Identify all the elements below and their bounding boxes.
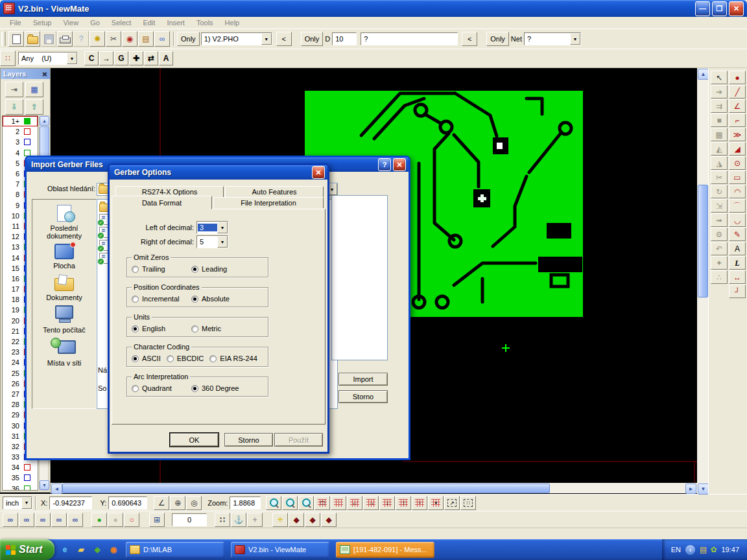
maximize-button[interactable]: ❐: [712, 1, 727, 16]
clock[interactable]: 19:47: [721, 546, 739, 554]
view-dcodes-icon[interactable]: ∞: [3, 513, 18, 527]
apply-button[interactable]: Použít: [274, 433, 323, 447]
scroll-down-icon[interactable]: ▼: [40, 480, 49, 490]
chevron-down-icon[interactable]: ▼: [217, 222, 228, 233]
layer-color-swatch[interactable]: [24, 139, 30, 145]
menu-item[interactable]: View: [57, 18, 84, 28]
layer-row[interactable]: 34: [3, 462, 38, 472]
draw-tool-button[interactable]: ●: [729, 71, 746, 84]
draw-tool-button[interactable]: A: [729, 242, 746, 255]
minimize-button[interactable]: —: [695, 1, 710, 16]
dcode-type-button[interactable]: C: [84, 51, 99, 65]
zoom-grid-icon[interactable]: [282, 496, 298, 510]
chevron-down-icon[interactable]: ▼: [217, 236, 228, 248]
draw-tool-button[interactable]: ▭: [729, 170, 746, 184]
draw-tool-button[interactable]: ↔: [729, 270, 746, 284]
view-dcode-traces-icon[interactable]: ∞: [51, 513, 67, 527]
zoom-value-field[interactable]: 1.8868: [230, 496, 261, 509]
close-icon[interactable]: ✕: [42, 71, 47, 78]
draw-tool-button[interactable]: ⌐: [729, 113, 746, 127]
radio-option[interactable]: Trailing: [132, 265, 191, 273]
radio-option[interactable]: Incremental: [132, 295, 191, 303]
draw-tool-button[interactable]: ╱: [729, 85, 746, 99]
menu-item[interactable]: Setup: [27, 18, 58, 28]
select-window-icon[interactable]: ∷: [460, 496, 476, 510]
radio-icon[interactable]: [191, 385, 198, 392]
pan-up-icon[interactable]: ↑: [396, 496, 411, 510]
chevron-down-icon[interactable]: ▼: [261, 33, 272, 45]
edit-tool-button[interactable]: ↶: [711, 242, 728, 255]
help-button[interactable]: ?: [378, 158, 391, 171]
close-button[interactable]: ✕: [312, 166, 325, 179]
toolbar-button[interactable]: [25, 31, 40, 47]
toolbar-grip[interactable]: [1, 32, 6, 46]
edit-tool-button[interactable]: ⇲: [711, 199, 728, 213]
edit-tool-button[interactable]: ↻: [711, 185, 728, 198]
aperture-flash-icon[interactable]: ◆: [289, 513, 304, 527]
layer-table-icon[interactable]: ⊞: [149, 513, 165, 527]
places-bar-item[interactable]: Poslední dokumenty: [33, 205, 95, 240]
pan-down-icon[interactable]: ↓: [379, 496, 395, 510]
layer-color-swatch[interactable]: [24, 485, 30, 491]
scroll-up-icon[interactable]: ▲: [698, 69, 709, 80]
layers-panel-button[interactable]: ⇧: [25, 99, 43, 115]
prev-dcode-button[interactable]: <: [462, 32, 477, 46]
draw-tool-button[interactable]: ◡: [729, 213, 746, 227]
radio-icon[interactable]: [132, 355, 139, 362]
edit-tool-button[interactable]: ⚙: [711, 228, 728, 241]
layer-color-swatch[interactable]: [24, 128, 30, 135]
tray-messenger-icon[interactable]: ✿: [710, 546, 717, 554]
layer-row[interactable]: 3: [3, 137, 38, 147]
menu-item[interactable]: Insert: [161, 18, 191, 28]
tab-file-interpretation[interactable]: File Interpretation: [213, 197, 324, 208]
chevron-down-icon[interactable]: ▼: [570, 33, 580, 45]
toolbar-button[interactable]: ∞: [154, 31, 170, 47]
layer-row[interactable]: 36: [3, 484, 38, 491]
draw-tool-button[interactable]: ⊙: [729, 156, 746, 170]
tray-chevron-icon[interactable]: ‹: [685, 545, 695, 555]
edit-tool-button[interactable]: ∴: [711, 270, 728, 284]
menu-item[interactable]: Help: [219, 18, 246, 28]
radio-option[interactable]: EBCDIC: [167, 355, 204, 362]
layer-row[interactable]: 2: [3, 126, 38, 137]
only-dcode-button[interactable]: Only: [301, 32, 324, 46]
vertical-scroll-thumb[interactable]: [698, 185, 708, 298]
vertical-scrollbar[interactable]: ▲ ▼: [697, 68, 708, 494]
only-net-button[interactable]: Only: [486, 32, 509, 46]
dcode-type-button[interactable]: ⇄: [144, 51, 158, 65]
grid-points-icon[interactable]: ∷: [215, 513, 230, 527]
flash-highlight-icon[interactable]: ✳: [272, 513, 288, 527]
toolbar-button[interactable]: ✺: [89, 31, 105, 47]
chevron-down-icon[interactable]: ▼: [21, 497, 32, 509]
pan-right-icon[interactable]: →: [363, 496, 379, 510]
grid-origin-field[interactable]: 0: [172, 513, 207, 526]
zoom-window-icon[interactable]: [298, 496, 314, 510]
draw-tool-button[interactable]: ∠: [729, 99, 746, 113]
relative-origin-icon[interactable]: ◎: [186, 496, 202, 510]
tab-data-format[interactable]: Data Format: [112, 196, 212, 209]
edit-tool-button[interactable]: ⇉: [711, 99, 728, 113]
view-dcode-sketch-icon[interactable]: ∞: [67, 513, 83, 527]
quicklaunch-folder-icon[interactable]: ▰: [75, 544, 87, 555]
toolbar-button[interactable]: [41, 31, 56, 47]
radio-option[interactable]: Absolute: [191, 295, 251, 303]
highlight-outline-icon[interactable]: ○: [124, 513, 139, 527]
dcode-value-field[interactable]: 10: [332, 32, 357, 45]
layers-panel-titlebar[interactable]: Layers ✕: [1, 69, 50, 79]
highlight-on-icon[interactable]: ●: [91, 513, 107, 527]
edit-tool-button[interactable]: ✦: [711, 256, 728, 270]
radio-option[interactable]: English: [132, 325, 191, 332]
dcode-type-button[interactable]: ✚: [129, 51, 143, 65]
title-bar[interactable]: V2.bin - ViewMate — ❐ ✕: [0, 0, 747, 17]
aperture-grid-button[interactable]: ∷: [0, 51, 16, 66]
layer-scroll-thumb[interactable]: [40, 126, 49, 156]
taskbar-task-button[interactable]: D:\MLAB: [126, 542, 224, 558]
quicklaunch-media-icon[interactable]: ◆: [91, 544, 103, 555]
move-anchor-icon[interactable]: +: [247, 513, 263, 527]
prev-layer-button[interactable]: <: [276, 32, 292, 46]
radio-icon[interactable]: [132, 266, 139, 273]
radio-icon[interactable]: [132, 296, 139, 303]
layers-panel-button[interactable]: ⇩: [5, 99, 23, 115]
highlight-off-icon[interactable]: ●: [108, 513, 123, 527]
places-bar-item[interactable]: Dokumenty: [33, 274, 95, 301]
